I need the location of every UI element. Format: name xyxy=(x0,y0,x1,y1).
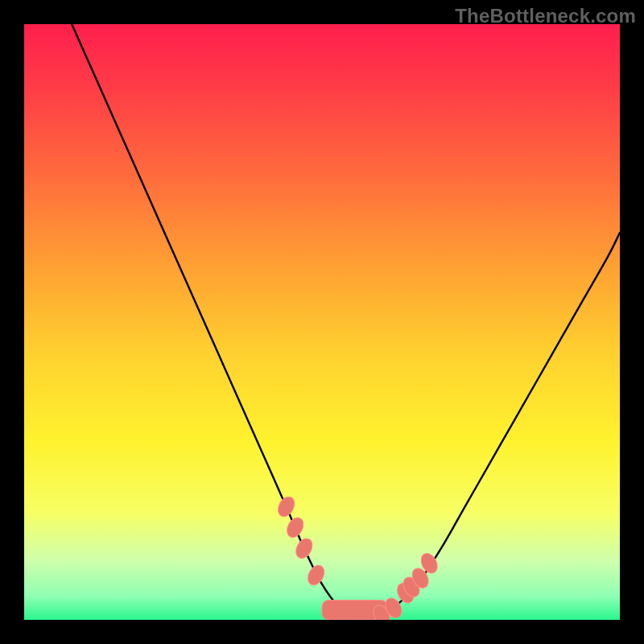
chart-frame: TheBottleneck.com xyxy=(0,0,644,644)
plot-background xyxy=(24,24,620,620)
bottleneck-chart xyxy=(24,24,620,620)
watermark-text: TheBottleneck.com xyxy=(455,5,636,27)
